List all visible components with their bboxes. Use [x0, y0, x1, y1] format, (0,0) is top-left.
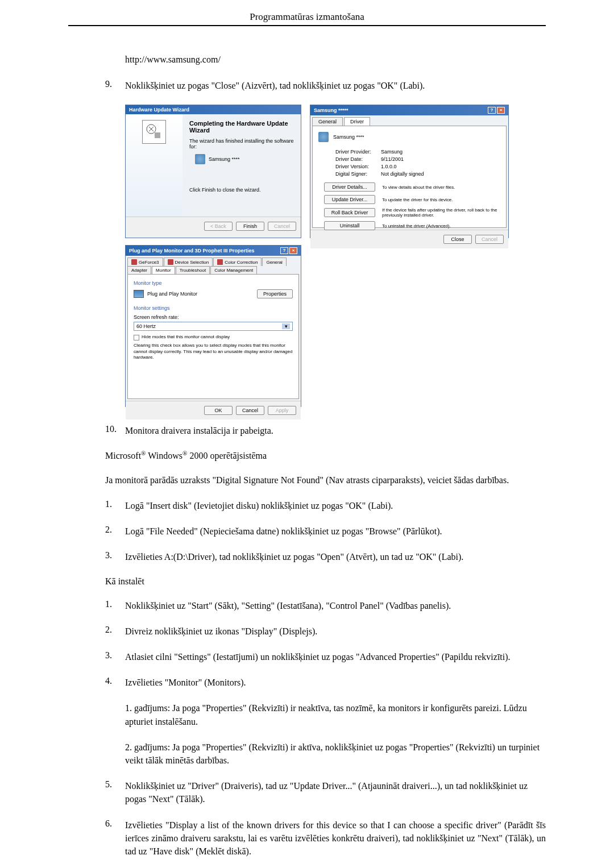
- dialog-titlebar: Hardware Update Wizard: [126, 105, 301, 114]
- hardware-update-wizard-dialog: Hardware Update Wizard Completing the Ha…: [125, 105, 301, 238]
- page-title: Programmatūras izmantošana: [68, 11, 546, 26]
- step-number: 6.: [105, 819, 125, 858]
- dialog-titlebar: Samsung ***** ? ×: [310, 105, 508, 115]
- device-selection-icon: [168, 259, 173, 265]
- geforce-icon: [131, 259, 137, 265]
- step-text: Divreiz noklikšķiniet uz ikonas "Display…: [125, 625, 546, 638]
- dialog-title-text: Plug and Play Monitor and 3D Prophet III…: [129, 248, 255, 254]
- version-label: Driver Version:: [335, 164, 381, 169]
- tab-troubleshoot[interactable]: Troubleshoot: [176, 266, 210, 274]
- step-number: 10.: [105, 424, 125, 437]
- step-number: 2.: [105, 525, 125, 538]
- svg-rect-1: [155, 132, 160, 138]
- refresh-rate-label: Screen refresh rate:: [134, 314, 293, 320]
- monitor-properties-dialog: Plug and Play Monitor and 3D Prophet III…: [125, 245, 301, 407]
- step-number: 1.: [105, 599, 125, 612]
- refresh-rate-value: 60 Hertz: [136, 323, 156, 329]
- monitor-type-label: Monitor type: [134, 280, 293, 286]
- step-number: 3.: [105, 650, 125, 663]
- wizard-sidebar: [126, 114, 182, 217]
- monitor-icon: [134, 290, 144, 298]
- step-text: Izvēlieties "Monitor" (Monitors).: [125, 676, 546, 689]
- update-driver-button[interactable]: Update Driver...: [324, 195, 375, 204]
- help-button[interactable]: ?: [280, 247, 288, 254]
- back-button[interactable]: < Back: [204, 222, 233, 231]
- device-name: Samsung ****: [209, 156, 240, 162]
- color-correction-icon: [217, 259, 223, 265]
- install-step-5: 5. Noklikšķiniet uz "Driver" (Draiveris)…: [68, 779, 546, 805]
- step-number: 5.: [105, 779, 125, 805]
- properties-button[interactable]: Properties: [257, 289, 293, 298]
- tab-device-selection[interactable]: Device Selection: [164, 258, 213, 266]
- tab-monitor[interactable]: Monitor: [152, 266, 175, 274]
- wizard-finish-text: Click Finish to close the wizard.: [189, 187, 294, 193]
- tab-driver[interactable]: Driver: [344, 117, 370, 126]
- tab-geforce[interactable]: GeForce3: [127, 258, 163, 266]
- signer-value: Not digitally signed: [381, 171, 424, 177]
- cancel-button[interactable]: Cancel: [475, 235, 504, 244]
- hide-modes-help: Clearing this check box allows you to se…: [134, 343, 293, 360]
- how-to-install-heading: Kā instalēt: [105, 576, 546, 587]
- step-text: Noklikšķiniet uz "Start" (Sākt), "Settin…: [125, 599, 546, 612]
- dialog-title-text: Hardware Update Wizard: [129, 107, 189, 113]
- tab-general[interactable]: General: [312, 117, 343, 126]
- case-1-text: 1. gadījums: Ja poga "Properties" (Rekvi…: [125, 701, 546, 728]
- intro-paragraph: Ja monitorā parādās uzraksts "Digital Si…: [105, 474, 546, 487]
- cancel-button[interactable]: Cancel: [268, 222, 296, 231]
- close-button[interactable]: Close: [443, 235, 472, 244]
- help-button[interactable]: ?: [488, 107, 496, 114]
- device-icon: [195, 154, 205, 164]
- update-description: To update the driver for this device.: [382, 197, 500, 202]
- rollback-driver-button[interactable]: Roll Back Driver: [324, 208, 375, 217]
- tab-adapter[interactable]: Adapter: [127, 266, 151, 274]
- monitor-name: Plug and Play Monitor: [147, 291, 197, 297]
- provider-label: Driver Provider:: [335, 149, 381, 155]
- step-number: 9.: [105, 79, 125, 92]
- step-text: Izvēlieties A:(D:\Driver), tad noklikšķi…: [125, 550, 546, 563]
- ok-button[interactable]: OK: [204, 406, 233, 415]
- case-2-text: 2. gadījums: Ja poga "Properties" (Rekvi…: [125, 741, 546, 767]
- step-number: 1.: [105, 499, 125, 512]
- cancel-button[interactable]: Cancel: [236, 406, 264, 415]
- close-icon[interactable]: ×: [289, 247, 297, 254]
- driver-details-button[interactable]: Driver Details...: [324, 182, 375, 192]
- device-name: Samsung ****: [333, 134, 364, 140]
- dialog-title-text: Samsung *****: [314, 107, 349, 113]
- step-text: Logā "File Needed" (Nepieciešama datne) …: [125, 525, 546, 538]
- monitor-settings-label: Monitor settings: [134, 305, 293, 311]
- step-9: 9. Noklikšķiniet uz pogas "Close" (Aizvē…: [68, 79, 546, 92]
- device-icon: [318, 132, 329, 142]
- install-step-4: 4. Izvēlieties "Monitor" (Monitors).: [68, 676, 546, 689]
- url-text: http://www.samsung.com/: [125, 55, 546, 65]
- dsn-step-1: 1. Logā "Insert disk" (Ievietojiet disku…: [68, 499, 546, 512]
- close-icon[interactable]: ×: [497, 107, 505, 114]
- hide-modes-checkbox[interactable]: [134, 335, 139, 340]
- step-text: Noklikšķiniet uz pogas "Close" (Aizvērt)…: [125, 79, 546, 92]
- date-value: 9/11/2001: [381, 156, 404, 162]
- step-number: 4.: [105, 676, 125, 689]
- uninstall-button[interactable]: Uninstall: [324, 221, 375, 230]
- apply-button[interactable]: Apply: [268, 406, 296, 415]
- chevron-down-icon: ▾: [282, 323, 290, 329]
- details-description: To view details about the driver files.: [382, 185, 500, 190]
- finish-button[interactable]: Finish: [236, 222, 264, 231]
- tab-color-management[interactable]: Color Management: [210, 266, 257, 274]
- tab-general[interactable]: General: [262, 258, 286, 266]
- step-number: 2.: [105, 625, 125, 638]
- dialog-titlebar: Plug and Play Monitor and 3D Prophet III…: [126, 246, 301, 256]
- uninstall-description: To uninstall the driver (Advanced).: [382, 223, 500, 229]
- step-text: Noklikšķiniet uz "Driver" (Draiveris), t…: [125, 779, 546, 805]
- screenshots-area: Hardware Update Wizard Completing the Ha…: [125, 105, 546, 407]
- version-value: 1.0.0.0: [381, 164, 397, 169]
- date-label: Driver Date:: [335, 156, 381, 162]
- step-number: 3.: [105, 550, 125, 563]
- driver-properties-dialog: Samsung ***** ? × General Driver Samsung…: [310, 105, 509, 238]
- step-text: Izvēlieties "Display a list of the known…: [125, 819, 546, 858]
- tab-color-correction[interactable]: Color Correction: [213, 258, 262, 266]
- wizard-icon: [142, 120, 166, 144]
- refresh-rate-select[interactable]: 60 Hertz ▾: [134, 322, 293, 331]
- step-10: 10. Monitora draivera instalācija ir pab…: [68, 424, 546, 437]
- step-text: Logā "Insert disk" (Ievietojiet disku) n…: [125, 499, 546, 512]
- dsn-step-2: 2. Logā "File Needed" (Nepieciešama datn…: [68, 525, 546, 538]
- wizard-text: The wizard has finished installing the s…: [189, 138, 294, 149]
